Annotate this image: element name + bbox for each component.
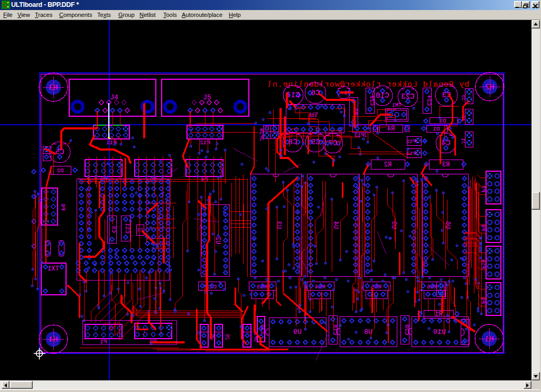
svg-text:J3: J3 (460, 95, 465, 101)
svg-text:C5: C5 (110, 226, 117, 232)
svg-text:P9: P9 (480, 297, 486, 304)
svg-text:D1: D1 (433, 126, 440, 132)
svg-text:C17: C17 (286, 91, 300, 99)
svg-text:U6: U6 (444, 221, 451, 229)
svg-text:JP13: JP13 (355, 133, 367, 138)
svg-text:P8: P8 (480, 225, 486, 231)
svg-text:H3: H3 (49, 83, 58, 92)
svg-text:P6: P6 (60, 203, 66, 210)
svg-text:U5: U5 (390, 221, 397, 229)
svg-text:TX1: TX1 (48, 265, 59, 273)
svg-text:JP10: JP10 (258, 128, 264, 141)
svg-text:C11: C11 (124, 223, 130, 234)
svg-text:C10: C10 (376, 91, 389, 100)
svg-text:U4: U4 (332, 221, 339, 229)
svg-text:JP11: JP11 (407, 139, 418, 144)
svg-text:U2: U2 (214, 237, 221, 244)
svg-text:P1: P1 (100, 339, 107, 345)
svg-text:C24: C24 (426, 95, 432, 106)
svg-text:P12: P12 (200, 139, 210, 146)
svg-text:J1: J1 (460, 138, 465, 144)
svg-text:P7: P7 (480, 186, 486, 192)
svg-text:C4: C4 (442, 139, 451, 147)
svg-text:U9: U9 (293, 328, 302, 336)
svg-text:D2: D2 (57, 167, 63, 174)
svg-text:U3: U3 (275, 221, 282, 229)
svg-text:C23: C23 (401, 92, 414, 101)
svg-text:C5: C5 (55, 148, 64, 156)
svg-text:J4: J4 (110, 94, 118, 101)
svg-text:H4: H4 (49, 335, 58, 344)
svg-text:TM1: TM1 (392, 102, 402, 108)
svg-text:J5: J5 (224, 334, 230, 340)
svg-text:R2: R2 (384, 161, 391, 169)
svg-text:R3: R3 (442, 161, 450, 169)
svg-text:R4: R4 (387, 125, 395, 133)
svg-text:H1: H1 (485, 335, 494, 343)
svg-text:P4: P4 (201, 176, 208, 183)
svg-text:R5: R5 (352, 108, 359, 115)
svg-text:C22: C22 (369, 95, 375, 106)
svg-text:H2: H2 (486, 83, 495, 91)
svg-text:C19: C19 (259, 324, 265, 334)
svg-text:C8: C8 (288, 138, 297, 146)
svg-text:J5: J5 (203, 94, 211, 101)
